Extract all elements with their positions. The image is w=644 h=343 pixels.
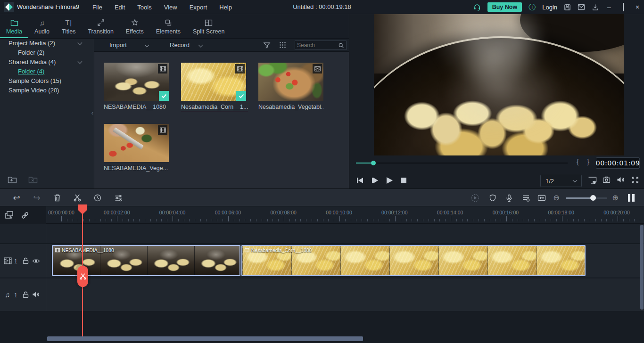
search-icon[interactable]	[338, 42, 344, 49]
mark-in-icon[interactable]: {	[577, 157, 579, 165]
media-item[interactable]: Nesabamedia_Vegetabl...	[258, 63, 323, 110]
media-thumbnail[interactable]	[258, 63, 323, 101]
fullscreen-icon[interactable]	[631, 176, 639, 184]
login-button[interactable]: Login	[542, 4, 557, 11]
add-track-button[interactable]	[5, 211, 15, 220]
delete-button[interactable]	[52, 189, 62, 207]
video-track-visibility-eye-icon[interactable]	[32, 258, 40, 264]
filter-icon[interactable]	[263, 41, 271, 49]
duration-clock-button[interactable]	[92, 189, 103, 207]
media-item[interactable]: NESABAMEDIA_Vege...	[104, 124, 169, 172]
split-scissors-button[interactable]	[72, 189, 83, 207]
next-frame-button[interactable]	[372, 173, 378, 188]
timeline-vertical-scrollbar[interactable]	[640, 225, 644, 310]
preview-seek-handle[interactable]	[371, 161, 376, 165]
media-folder-icon	[10, 18, 18, 26]
sidebar-item-sample-video[interactable]: Sample Video (20)	[0, 86, 94, 95]
grid-view-icon[interactable]	[279, 41, 286, 49]
media-item[interactable]: NESABAMEDIA__1080	[104, 63, 169, 110]
timeline-zoom-handle[interactable]	[590, 195, 596, 201]
save-project-icon[interactable]	[564, 4, 571, 11]
buy-now-button[interactable]: Buy Now	[487, 2, 522, 12]
media-library-sidebar: Project Media (2) Folder (2) Shared Medi…	[0, 39, 94, 188]
sidebar-item-project-media[interactable]: Project Media (2)	[0, 39, 94, 48]
collapse-panel-icon[interactable]: ‹	[91, 109, 93, 116]
volume-icon[interactable]	[617, 176, 625, 183]
play-button[interactable]	[387, 173, 393, 188]
sidebar-item-folder-4[interactable]: Folder (4)	[0, 67, 94, 76]
menu-tools[interactable]: Tools	[137, 4, 151, 11]
audio-track-mute-speaker-icon[interactable]	[32, 291, 40, 298]
marker-shield-button[interactable]	[487, 189, 498, 207]
timeline-horizontal-scrollbar[interactable]	[47, 336, 363, 341]
import-button[interactable]: Import	[109, 39, 127, 52]
record-button[interactable]: Record	[170, 39, 190, 52]
tab-elements[interactable]: Elements	[150, 14, 187, 38]
dual-panel-toggle-button[interactable]	[626, 189, 636, 207]
import-chevron-icon[interactable]	[145, 43, 149, 48]
media-thumbnail[interactable]	[104, 63, 169, 101]
audio-mixer-button[interactable]	[520, 189, 531, 207]
menu-export[interactable]: Export	[190, 4, 207, 11]
undo-button[interactable]: ↩	[11, 189, 22, 207]
sidebar-item-label: Shared Media (4)	[8, 58, 56, 65]
info-icon[interactable]: ⓘ	[528, 3, 536, 12]
tab-audio[interactable]: ♫ Audio	[28, 14, 56, 38]
tab-transition[interactable]: Transition	[82, 14, 119, 38]
maximize-icon	[623, 3, 624, 11]
delete-folder-button[interactable]	[28, 176, 38, 184]
tab-split-screen[interactable]: Split Screen	[187, 14, 231, 38]
timeline-overlay-row[interactable]	[0, 224, 644, 244]
close-button[interactable]: ×	[634, 3, 641, 11]
video-film-badge-icon	[313, 64, 322, 74]
tab-media[interactable]: Media	[0, 14, 28, 38]
media-item[interactable]: Nesabamedia_Corn__1...	[181, 63, 246, 113]
search-input[interactable]	[295, 42, 338, 49]
tab-titles[interactable]: T| Titles	[56, 14, 82, 38]
menu-view[interactable]: View	[164, 4, 177, 11]
audio-track-note-icon: ♫	[5, 291, 10, 298]
timeline-clip-2[interactable]: Nesabamedia_Corn__1080	[241, 245, 586, 276]
feedback-mail-icon[interactable]	[578, 4, 585, 10]
audio-track-lock-icon[interactable]	[23, 291, 29, 298]
support-headset-icon[interactable]	[473, 3, 481, 11]
media-panel: Import Record	[94, 39, 349, 188]
download-icon[interactable]	[592, 4, 599, 11]
playback-quality-dropdown[interactable]: 1/2	[540, 175, 582, 187]
display-settings-icon[interactable]	[588, 176, 597, 184]
link-clips-button[interactable]	[21, 211, 29, 220]
adjust-sliders-button[interactable]	[113, 189, 124, 207]
audio-track-row[interactable]	[0, 278, 644, 311]
titles-icon: T|	[65, 18, 72, 26]
menu-edit[interactable]: Edit	[115, 4, 125, 11]
mark-out-icon[interactable]: }	[587, 157, 589, 165]
media-thumbnail[interactable]	[104, 124, 169, 162]
zoom-in-button[interactable]: ⊕	[610, 189, 620, 207]
chevron-down-icon[interactable]	[78, 59, 83, 64]
maximize-button[interactable]	[619, 3, 627, 11]
ruler-label: 00:00:06:00	[215, 210, 241, 215]
redo-button[interactable]: ↪	[32, 189, 42, 207]
previous-frame-button[interactable]	[357, 173, 363, 188]
playhead-split-scissors-button[interactable]	[77, 266, 88, 287]
record-chevron-icon[interactable]	[198, 43, 203, 48]
minimize-button[interactable]: –	[605, 3, 613, 11]
preview-seek-bar[interactable]	[356, 163, 568, 163]
zoom-to-fit-button[interactable]	[537, 189, 547, 207]
sidebar-item-sample-colors[interactable]: Sample Colors (15)	[0, 76, 94, 86]
media-thumbnail[interactable]	[181, 63, 246, 101]
sidebar-item-folder-2[interactable]: Folder (2)	[0, 48, 94, 57]
chevron-down-icon[interactable]	[78, 41, 83, 45]
video-track-lock-icon[interactable]	[23, 257, 29, 264]
sidebar-item-shared-media[interactable]: Shared Media (4)	[0, 57, 94, 67]
new-folder-button[interactable]	[8, 176, 17, 184]
record-voiceover-mic-button[interactable]	[504, 189, 514, 207]
zoom-out-button[interactable]: ⊖	[551, 189, 561, 207]
render-preview-button[interactable]	[470, 189, 480, 207]
tab-effects[interactable]: Effects	[120, 14, 150, 38]
timeline-ruler[interactable]: 00:00:00:0000:00:02:0000:00:04:0000:00:0…	[46, 206, 644, 224]
snapshot-camera-icon[interactable]	[603, 176, 611, 183]
stop-button[interactable]	[401, 173, 406, 188]
menu-file[interactable]: File	[92, 4, 102, 11]
menu-help[interactable]: Help	[219, 4, 232, 11]
